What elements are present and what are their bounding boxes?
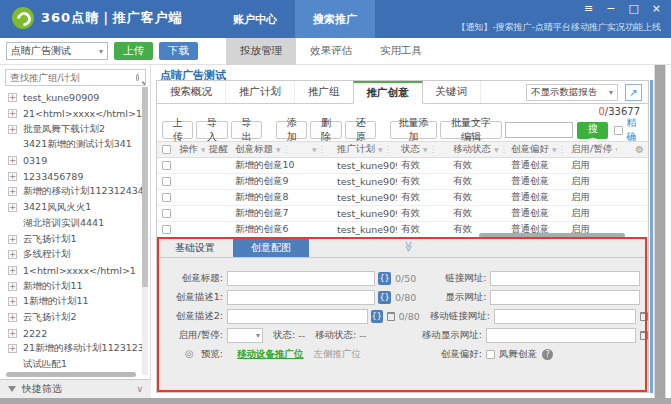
module-tab-evaluation[interactable]: 效果评估 [296,38,366,65]
expand-icon[interactable]: + [8,344,17,353]
menu-icon[interactable]: ≡ [584,3,593,15]
sort-icon[interactable]: ⋮ [384,145,392,154]
table-row[interactable]: 新增的创意9 test_kune90909 有效 有效 普通创意 启用 [157,174,648,190]
campaign-item[interactable]: +云飞扬计划2 [0,310,142,326]
maximize-icon[interactable]: □ [628,3,638,15]
campaign-item[interactable]: 3421新增的测试计划341 [0,137,142,153]
nav-tab-account-center[interactable]: 账户中心 [215,0,295,38]
expand-icon[interactable]: + [8,282,17,291]
report-icon-button[interactable]: ↗ [625,84,642,101]
report-display-select[interactable]: 不显示数据报告 ▾ [526,84,618,101]
campaign-item[interactable]: +1233456789 [0,168,142,184]
notification-ticker[interactable]: 【通知】-搜索推广-点睛平台移动推广实况功能上线 [457,21,662,34]
display-url-input[interactable] [490,290,640,305]
row-checkbox[interactable] [162,209,171,218]
table-row[interactable]: 新增的创意7 test_kune90909 有效 有效 普通创意 启用 [157,206,648,222]
campaign-item[interactable]: +多线程计划 [0,247,142,263]
filter-icon[interactable]: ▼ [378,146,383,153]
sidebar-vertical-scrollbar[interactable] [142,87,148,375]
sort-icon[interactable]: ⋮ [282,145,290,154]
sort-icon[interactable]: ⋮ [318,145,326,154]
expand-icon[interactable]: + [8,109,17,118]
account-select[interactable]: 点睛广告测试 ▾ [6,42,108,60]
desc2-input[interactable] [227,309,368,324]
expand-icon[interactable]: + [8,203,17,212]
expand-icon[interactable]: + [8,297,17,306]
table-row[interactable]: 新增的创意8 test_kune90909 有效 有效 普通创意 启用 [157,190,648,206]
batch-add-button[interactable]: 批量添加 [390,121,437,139]
export-button[interactable]: 导出 [231,121,262,139]
editor-tab-basic-settings[interactable]: 基础设置 [157,238,233,257]
row-checkbox[interactable] [162,177,171,186]
campaign-item[interactable]: 湖北培训实训4441 [0,216,142,232]
expand-icon[interactable]: + [8,266,17,275]
expand-icon[interactable]: + [8,313,17,322]
upload-button[interactable]: 上传 [114,42,153,60]
window-vertical-scrollbar[interactable] [654,65,666,398]
tab-campaigns[interactable]: 推广计划 [226,81,295,103]
search-button[interactable]: 搜索 [577,122,608,139]
expand-icon[interactable]: + [8,235,17,244]
desc1-input[interactable] [227,290,375,305]
module-tab-tools[interactable]: 实用工具 [366,38,436,65]
editor-tab-creative-image[interactable]: 创意配图 [233,238,309,257]
table-row[interactable]: 新增的创意10 test_kune90909 有效 有效 普通创意 启用 [157,158,648,174]
row-checkbox[interactable] [162,161,171,170]
wildcard-icon[interactable]: {} [371,310,383,323]
campaign-item[interactable]: +1<html>xxxx</html>1 [0,263,142,279]
filter-icon[interactable]: ▼ [312,146,317,153]
tab-search-overview[interactable]: 搜索概况 [157,81,226,103]
campaign-item[interactable]: +新增的移动计划1123124342412431 [0,184,142,200]
filter-icon[interactable]: ▼ [423,146,428,153]
expand-icon[interactable]: + [8,329,17,338]
campaign-item[interactable]: +3421风风火火1 [0,200,142,216]
creative-title-input[interactable] [227,271,375,286]
campaign-item[interactable]: +21新增的移动计划11231231 [0,341,142,357]
campaign-item[interactable]: 试试匹配1 [0,357,142,372]
trash-icon[interactable] [387,312,395,321]
select-all-checkbox[interactable] [162,145,171,154]
trash-icon[interactable] [640,331,648,340]
campaign-item[interactable]: +test_kune90909 [0,90,142,106]
tab-keywords[interactable]: 关键词 [423,81,482,103]
preview-mobile-link[interactable]: 移动设备推广位 [237,348,304,361]
campaign-item[interactable]: +批量凤舞下载计划2 [0,121,142,137]
quick-filter-bar[interactable]: 快捷筛选 ∨ [0,379,151,398]
sort-icon[interactable]: ⋮ [429,145,437,154]
search-icon[interactable] [136,74,139,81]
preview-left-link[interactable]: 左侧推广位 [314,348,362,361]
table-search-input[interactable] [505,122,573,138]
download-button[interactable]: 下载 [159,42,198,60]
delete-button[interactable]: 删除 [310,121,341,139]
expand-icon[interactable]: + [8,187,17,196]
row-checkbox[interactable] [162,225,171,234]
wildcard-icon[interactable]: {} [378,272,391,285]
expand-icon[interactable]: + [8,172,17,181]
mobile-link-url-input[interactable] [494,309,636,324]
campaign-item[interactable]: +1新增的计划11 [0,294,142,310]
tab-groups[interactable]: 推广组 [295,81,354,103]
filter-icon[interactable]: ▼ [552,146,557,153]
expand-icon[interactable]: + [8,93,17,102]
precise-checkbox-group[interactable]: 精确 [614,116,639,144]
campaign-item[interactable]: +2222 [0,325,142,341]
campaign-item[interactable]: +新增的计划11 [0,278,142,294]
link-url-input[interactable] [490,271,640,286]
sort-icon[interactable]: ⋮ [500,145,507,154]
wildcard-icon[interactable]: {} [378,291,391,304]
nav-tab-search-promotion[interactable]: 搜索推广 [295,0,375,38]
close-icon[interactable]: × [652,3,661,15]
filter-icon[interactable]: ▼ [494,146,499,153]
preference-checkbox[interactable] [486,350,495,359]
enable-pause-select[interactable]: ▾ [227,328,263,343]
import-button[interactable]: 导入 [196,121,227,139]
sidebar-search-input[interactable] [6,72,136,83]
collapse-panel-icon[interactable]: ≫ [402,241,415,253]
sort-icon[interactable]: ⋮ [558,145,566,154]
gear-icon[interactable]: ⚙ [635,144,644,155]
module-tab-delivery[interactable]: 投放管理 [226,38,296,65]
filter-icon[interactable]: ▼ [276,146,281,153]
expand-icon[interactable]: + [8,250,17,259]
campaign-item[interactable]: +21<html>xxxx</html>1 [0,106,142,122]
sidebar-horizontal-scrollbar[interactable] [6,372,136,377]
